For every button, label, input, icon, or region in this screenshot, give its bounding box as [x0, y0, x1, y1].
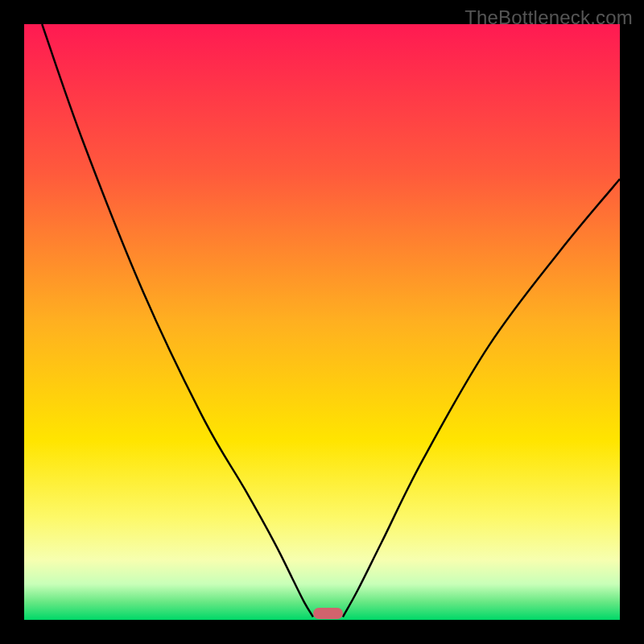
- outer-frame: TheBottleneck.com: [0, 0, 644, 644]
- min-marker: [313, 608, 343, 619]
- chart-plot-area: [24, 24, 620, 620]
- right-curve: [343, 179, 620, 617]
- chart-curves-svg: [24, 24, 620, 620]
- left-curve: [42, 24, 313, 617]
